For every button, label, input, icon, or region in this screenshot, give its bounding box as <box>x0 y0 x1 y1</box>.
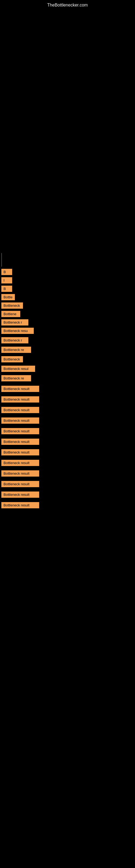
bottleneck-item-17: Bottleneck result <box>1 417 39 424</box>
page-wrapper: TheBottlenecker.com BIBBottleBottleneckB… <box>0 0 135 518</box>
bottleneck-list: BIBBottleBottleneckBottleneBottleneck rB… <box>0 269 135 518</box>
bottleneck-item-9: Bottleneck r <box>1 337 28 343</box>
bottleneck-item-1: B <box>1 269 12 275</box>
bottleneck-item-25: Bottleneck result <box>1 502 39 508</box>
bottleneck-item-4: Bottle <box>1 294 15 300</box>
bottleneck-item-2: I <box>1 277 12 283</box>
bottleneck-item-20: Bottleneck result <box>1 449 39 456</box>
top-black-area <box>0 9 135 253</box>
bottleneck-item-12: Bottleneck resul <box>1 366 35 372</box>
bottleneck-item-15: Bottleneck result <box>1 396 39 403</box>
bottleneck-item-16: Bottleneck result <box>1 407 39 413</box>
bottleneck-item-18: Bottleneck result <box>1 428 39 434</box>
bottleneck-item-13: Bottleneck re <box>1 375 31 381</box>
bottleneck-item-19: Bottleneck result <box>1 439 39 445</box>
bottleneck-item-24: Bottleneck result <box>1 492 39 498</box>
bottleneck-item-6: Bottlene <box>1 311 20 317</box>
bottleneck-item-3: B <box>1 286 12 292</box>
bottleneck-item-23: Bottleneck result <box>1 481 39 487</box>
bottleneck-item-11: Bottleneck <box>1 356 23 362</box>
bottleneck-item-21: Bottleneck result <box>1 460 39 466</box>
bottleneck-item-22: Bottleneck result <box>1 470 39 476</box>
bottleneck-item-10: Bottleneck re <box>1 347 31 353</box>
bottleneck-item-14: Bottleneck result <box>1 386 39 392</box>
bottleneck-item-5: Bottleneck <box>1 303 23 309</box>
bottleneck-item-8: Bottleneck resu <box>1 328 34 334</box>
bottleneck-item-7: Bottleneck r <box>1 319 28 326</box>
site-title: TheBottlenecker.com <box>0 0 135 9</box>
left-border <box>1 253 2 267</box>
